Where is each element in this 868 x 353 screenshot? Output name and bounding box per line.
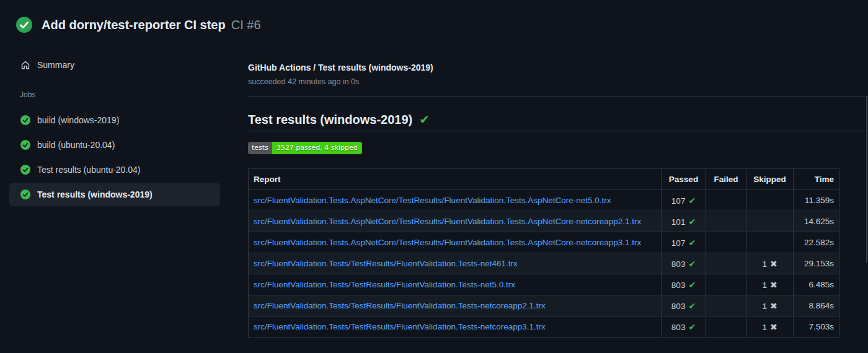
table-row: src/FluentValidation.Tests/TestResults/F… <box>249 295 839 316</box>
summary-label: Summary <box>37 60 74 70</box>
success-check-circle-icon <box>20 190 30 199</box>
table-row: src/FluentValidation.Tests/TestResults/F… <box>249 316 839 338</box>
column-header-time: Time <box>794 169 839 190</box>
home-icon <box>20 60 30 70</box>
time-value: 7.503s <box>794 316 839 338</box>
time-value: 22.582s <box>794 232 839 253</box>
success-check-circle-icon <box>20 165 30 175</box>
table-row: src/FluentValidation.Tests.AspNetCore/Te… <box>249 211 839 232</box>
failed-count <box>706 232 746 253</box>
passed-count: 803 <box>671 302 686 311</box>
tests-status-badge: tests 3527 passed, 4 skipped <box>248 142 362 154</box>
sidebar-item-test-results-ubuntu-2004[interactable]: Test results (ubuntu-20.04) <box>9 158 220 181</box>
sidebar-item-build-windows-2019[interactable]: build (windows-2019) <box>9 108 220 132</box>
failed-count <box>706 274 746 295</box>
job-label: Test results (windows-2019) <box>37 190 153 199</box>
sidebar: Summary Jobs build (windows-2019) build … <box>0 0 248 353</box>
check-icon: ✔ <box>688 217 696 227</box>
badge-value: 3527 passed, 4 skipped <box>272 142 362 154</box>
test-results-table: Report Passed Failed Skipped Time src/Fl… <box>248 168 839 338</box>
table-header-row: Report Passed Failed Skipped Time <box>249 169 839 190</box>
failed-count <box>706 211 746 232</box>
check-icon: ✔ <box>688 196 696 206</box>
table-row: src/FluentValidation.Tests/TestResults/F… <box>249 274 839 295</box>
success-check-circle-icon <box>20 115 30 125</box>
sidebar-item-build-ubuntu-2004[interactable]: build (ubuntu-20.04) <box>9 133 220 157</box>
skipped-count: 1 <box>762 281 767 290</box>
passed-count: 107 <box>671 196 686 206</box>
column-header-failed: Failed <box>706 169 746 190</box>
divider <box>248 96 868 97</box>
table-row: src/FluentValidation.Tests.AspNetCore/Te… <box>249 232 839 253</box>
skipped-count: 1 <box>762 323 767 332</box>
report-link[interactable]: src/FluentValidation.Tests.AspNetCore/Te… <box>254 217 641 226</box>
check-icon: ✔ <box>688 301 696 311</box>
passed-count: 803 <box>671 281 686 290</box>
check-icon: ✔ <box>688 280 696 290</box>
x-icon: ✖ <box>770 322 777 332</box>
skipped-count: 1 <box>762 302 767 311</box>
failed-count <box>706 295 746 316</box>
jobs-section-label: Jobs <box>20 90 35 99</box>
check-run-title: GitHub Actions / Test results (windows-2… <box>248 63 433 72</box>
x-icon: ✖ <box>770 259 777 269</box>
table-row: src/FluentValidation.Tests/TestResults/F… <box>249 253 839 274</box>
report-link[interactable]: src/FluentValidation.Tests.AspNetCore/Te… <box>254 238 641 247</box>
passed-count: 107 <box>671 238 686 248</box>
skipped-count: 1 <box>762 259 767 269</box>
report-link[interactable]: src/FluentValidation.Tests/TestResults/F… <box>254 322 546 331</box>
job-label: build (windows-2019) <box>37 115 119 125</box>
x-icon: ✖ <box>770 301 777 311</box>
time-value: 11.359s <box>794 190 839 211</box>
check-icon: ✔ <box>688 259 696 269</box>
sidebar-item-summary[interactable]: Summary <box>9 56 220 74</box>
passed-count: 803 <box>671 323 686 332</box>
column-header-skipped: Skipped <box>746 169 794 190</box>
report-link[interactable]: src/FluentValidation.Tests.AspNetCore/Te… <box>254 196 611 205</box>
failed-count <box>706 253 746 274</box>
check-icon: ✔ <box>688 322 696 332</box>
time-value: 29.153s <box>794 253 839 274</box>
time-value: 6.485s <box>794 274 839 295</box>
badge-label: tests <box>248 142 272 154</box>
failed-count <box>706 316 746 338</box>
job-label: Test results (ubuntu-20.04) <box>37 165 141 175</box>
divider <box>248 131 868 131</box>
column-header-report: Report <box>249 169 662 190</box>
passed-count: 101 <box>671 217 686 227</box>
column-header-passed: Passed <box>662 169 706 190</box>
x-icon: ✖ <box>770 280 777 290</box>
report-link[interactable]: src/FluentValidation.Tests/TestResults/F… <box>254 280 515 289</box>
failed-count <box>706 190 746 211</box>
time-value: 8.864s <box>794 295 839 316</box>
scrollbar[interactable] <box>866 97 867 263</box>
check-run-status-line: succeeded 42 minutes ago in 0s <box>248 77 359 86</box>
success-check-circle-icon <box>20 140 30 150</box>
job-label: build (ubuntu-20.04) <box>37 140 115 150</box>
sidebar-item-test-results-windows-2019[interactable]: Test results (windows-2019) <box>9 183 220 206</box>
report-heading: Test results (windows-2019) ✔ <box>248 112 430 127</box>
passed-count: 803 <box>671 259 686 269</box>
time-value: 14.625s <box>794 211 839 232</box>
table-row: src/FluentValidation.Tests.AspNetCore/Te… <box>249 190 839 211</box>
report-link[interactable]: src/FluentValidation.Tests/TestResults/F… <box>254 301 546 310</box>
check-icon: ✔ <box>688 238 696 248</box>
check-icon: ✔ <box>419 112 430 127</box>
report-link[interactable]: src/FluentValidation.Tests/TestResults/F… <box>254 259 518 268</box>
